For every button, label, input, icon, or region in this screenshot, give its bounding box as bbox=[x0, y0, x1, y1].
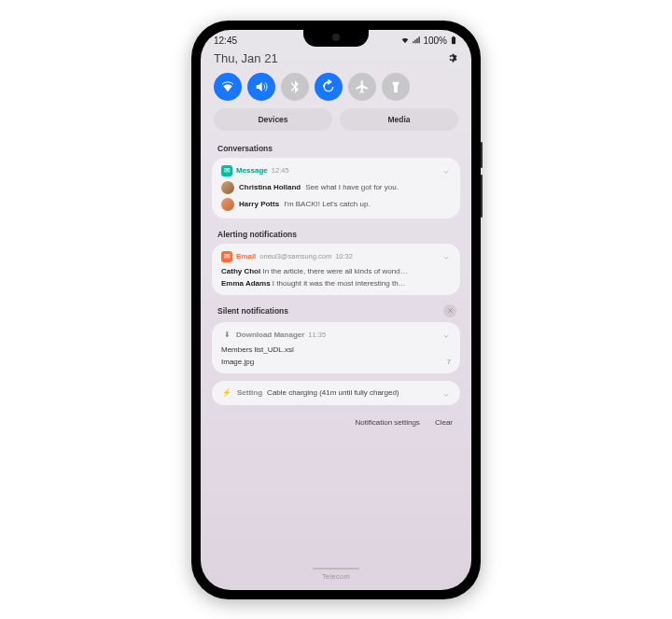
email-app-name: Email bbox=[236, 252, 256, 260]
date-row: Thu, Jan 21 bbox=[201, 48, 471, 71]
conversation-item[interactable]: Christina Holland See what I have got fo… bbox=[221, 181, 451, 194]
pill-row: Devices Media bbox=[201, 108, 471, 140]
screen: 12:45 100% Thu, Jan 21 Devices Media Con… bbox=[201, 30, 471, 590]
sound-icon bbox=[254, 79, 269, 94]
bolt-icon: ⚡ bbox=[221, 387, 232, 399]
avatar bbox=[221, 198, 234, 211]
battery-percent: 100% bbox=[423, 35, 447, 46]
conversations-label: Conversations bbox=[201, 140, 471, 158]
date-label: Thu, Jan 21 bbox=[214, 51, 278, 65]
setting-app-name: Setting bbox=[237, 388, 262, 397]
footer-row: Notification settings Clear bbox=[201, 413, 471, 432]
nav-handle[interactable] bbox=[313, 568, 359, 570]
side-button-1[interactable] bbox=[481, 142, 483, 168]
email-from: oneui3@samsung.com bbox=[259, 252, 331, 260]
sender-name: Christina Holland bbox=[239, 183, 301, 191]
qs-rotate[interactable] bbox=[315, 73, 343, 101]
message-app-name: Message bbox=[236, 166, 268, 175]
bluetooth-icon bbox=[287, 79, 302, 94]
svg-rect-0 bbox=[452, 37, 455, 45]
conversations-time: 12:45 bbox=[272, 166, 289, 175]
sender-name: Harry Potts bbox=[239, 200, 279, 208]
email-item[interactable]: Cathy Choi In the article, there were al… bbox=[221, 267, 451, 275]
chevron-down-icon[interactable] bbox=[441, 331, 451, 341]
phone-frame: 12:45 100% Thu, Jan 21 Devices Media Con… bbox=[191, 21, 481, 599]
qs-flashlight[interactable] bbox=[382, 73, 410, 101]
signal-status-icon bbox=[412, 35, 421, 45]
conversations-header: ✉ Message 12:45 bbox=[221, 165, 451, 176]
chevron-down-icon[interactable] bbox=[441, 167, 451, 176]
sender-name: Cathy Choi bbox=[221, 267, 260, 275]
charging-row: ⚡ Setting Cable charging (41m until full… bbox=[221, 387, 451, 399]
silent-header: Silent notifications bbox=[201, 302, 471, 322]
charging-text: Cable charging (41m until fully charged) bbox=[267, 388, 399, 397]
qs-airplane[interactable] bbox=[348, 73, 376, 101]
conversation-item[interactable]: Harry Potts I'm BACK!! Let's catch up. bbox=[221, 198, 451, 211]
chevron-down-icon[interactable] bbox=[441, 390, 451, 400]
wifi-status-icon bbox=[400, 35, 410, 45]
alerting-label: Alerting notifications bbox=[201, 226, 471, 244]
close-icon bbox=[447, 307, 454, 314]
download-app-icon: ⬇ bbox=[221, 330, 232, 341]
download-card[interactable]: ⬇ Download Manager 11:35 Members list_UD… bbox=[212, 322, 460, 373]
dismiss-silent-button[interactable] bbox=[443, 304, 456, 317]
download-file: Image.jpg bbox=[221, 358, 254, 366]
media-pill[interactable]: Media bbox=[340, 108, 458, 131]
qs-bluetooth[interactable] bbox=[281, 73, 309, 101]
download-time: 11:35 bbox=[308, 331, 326, 339]
qs-wifi[interactable] bbox=[214, 73, 242, 101]
email-item[interactable]: Emma Adams I thought it was the most int… bbox=[221, 279, 451, 288]
message-app-icon: ✉ bbox=[221, 165, 232, 176]
rotate-icon bbox=[321, 79, 336, 94]
download-header: ⬇ Download Manager 11:35 bbox=[221, 330, 451, 341]
status-time: 12:45 bbox=[214, 35, 237, 46]
wifi-icon bbox=[220, 79, 235, 94]
alerting-header: ✉ Email oneui3@samsung.com 10:32 bbox=[221, 251, 451, 262]
side-button-2[interactable] bbox=[481, 175, 483, 218]
alerting-card[interactable]: ✉ Email oneui3@samsung.com 10:32 Cathy C… bbox=[212, 244, 460, 295]
message-preview: I'm BACK!! Let's catch up. bbox=[284, 200, 370, 208]
message-preview: See what I have got for you. bbox=[305, 183, 399, 191]
notification-settings-link[interactable]: Notification settings bbox=[356, 418, 420, 427]
battery-icon bbox=[449, 35, 458, 45]
gear-icon[interactable] bbox=[445, 51, 458, 64]
download-file: Members list_UDL.xsl bbox=[221, 345, 451, 354]
carrier-label: Telecom bbox=[201, 572, 471, 581]
silent-label: Silent notifications bbox=[217, 306, 288, 316]
status-icons: 100% bbox=[400, 35, 458, 46]
quick-settings-row bbox=[201, 71, 471, 108]
download-file-row: Image.jpg 7 bbox=[221, 358, 451, 366]
email-preview: In the article, there were all kinds of … bbox=[262, 267, 407, 275]
qs-sound[interactable] bbox=[247, 73, 275, 101]
chevron-down-icon[interactable] bbox=[441, 253, 451, 262]
svg-rect-1 bbox=[453, 36, 455, 37]
flashlight-icon bbox=[388, 79, 403, 94]
sender-name: Emma Adams bbox=[221, 279, 271, 288]
email-app-icon: ✉ bbox=[221, 251, 232, 262]
email-time: 10:32 bbox=[335, 252, 353, 260]
avatar bbox=[221, 181, 234, 194]
conversations-card[interactable]: ✉ Message 12:45 Christina Holland See wh… bbox=[212, 158, 460, 218]
download-app-name: Download Manager bbox=[236, 331, 304, 339]
airplane-icon bbox=[355, 79, 370, 94]
status-bar: 12:45 100% bbox=[201, 30, 471, 48]
devices-pill[interactable]: Devices bbox=[214, 108, 332, 131]
clear-button[interactable]: Clear bbox=[435, 418, 453, 427]
email-preview: I thought it was the most interesting th… bbox=[273, 279, 406, 288]
download-count: 7 bbox=[447, 358, 451, 366]
setting-card[interactable]: ⚡ Setting Cable charging (41m until full… bbox=[212, 381, 460, 405]
